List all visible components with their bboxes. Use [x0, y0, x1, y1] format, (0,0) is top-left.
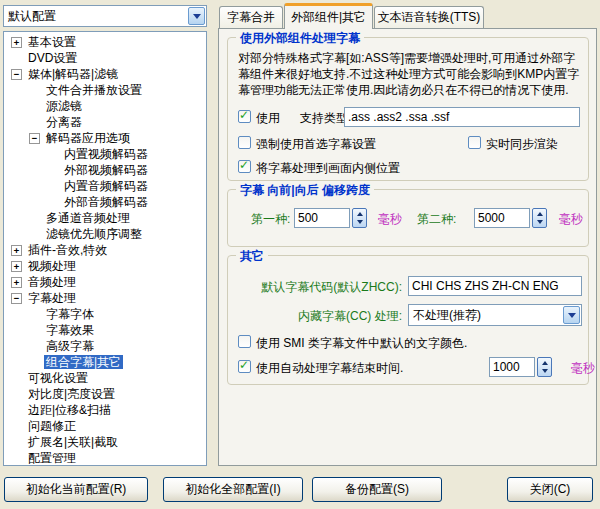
down-arrow-icon[interactable]: [542, 369, 548, 373]
spin-buttons[interactable]: [532, 208, 547, 228]
tree-item[interactable]: 边距|位移&扫描: [4, 402, 206, 418]
expand-plus-icon[interactable]: +: [11, 37, 22, 48]
init-all-config-button[interactable]: 初始化全部配置(I): [163, 477, 303, 502]
settings-dialog: 默认配置 +基本设置DVD设置−媒体|解码器|滤镜文件合并播放设置源滤镜分离器−…: [0, 0, 600, 509]
tree-item[interactable]: 文件合并播放设置: [4, 82, 206, 98]
tree-item-label: 内置视频解码器: [62, 147, 150, 161]
external-description-line: 幕管理功能无法正常使用.因此请勿必只在不得已的情况下使用.: [238, 82, 569, 99]
up-arrow-icon[interactable]: [537, 212, 543, 216]
default-codepage-input[interactable]: [408, 276, 582, 296]
tab-external-components[interactable]: 外部组件|其它: [284, 3, 373, 29]
settings-tree[interactable]: +基本设置DVD设置−媒体|解码器|滤镜文件合并播放设置源滤镜分离器−解码器应用…: [3, 31, 207, 466]
tree-item[interactable]: −字幕处理: [4, 290, 206, 306]
external-description-line: 幕组件来很好地支持.不过这种处理方式可能会影响到KMP内置字: [238, 66, 579, 83]
expand-plus-icon[interactable]: +: [11, 261, 22, 272]
second-offset-input[interactable]: [474, 208, 530, 228]
tree-item[interactable]: 字幕效果: [4, 322, 206, 338]
supported-types-input[interactable]: [344, 107, 580, 127]
check-icon: ✓: [239, 108, 249, 122]
tree-item-label: 边距|位移&扫描: [26, 403, 113, 417]
tree-item[interactable]: 可视化设置: [4, 370, 206, 386]
tree-item[interactable]: 滤镜优先顺序调整: [4, 226, 206, 242]
tree-item[interactable]: DVD设置: [4, 50, 206, 66]
collapse-minus-icon[interactable]: −: [11, 293, 22, 304]
cc-dropdown-button[interactable]: [563, 306, 580, 324]
init-current-config-button[interactable]: 初始化当前配置(R): [4, 477, 148, 502]
chevron-down-icon: [568, 313, 576, 318]
collapse-minus-icon[interactable]: −: [29, 133, 40, 144]
check-icon: ✓: [239, 358, 249, 372]
tree-item[interactable]: 问题修正: [4, 418, 206, 434]
tree-item[interactable]: 分离器: [4, 114, 206, 130]
auto-end-time-spinner: [489, 357, 552, 377]
tree-item[interactable]: +插件-音效,特效: [4, 242, 206, 258]
second-offset-label: 第二种:: [417, 211, 456, 228]
tree-item[interactable]: +视频处理: [4, 258, 206, 274]
second-offset-spinner: [474, 208, 547, 228]
tab-subtitle-merge[interactable]: 字幕合并: [219, 6, 283, 29]
first-offset-spinner: [294, 208, 367, 228]
tree-item[interactable]: 对比度|亮度设置: [4, 386, 206, 402]
tree-item-label: 源滤镜: [44, 99, 84, 113]
tree-item[interactable]: −媒体|解码器|滤镜: [4, 66, 206, 82]
first-offset-input[interactable]: [294, 208, 350, 228]
tree-item[interactable]: 内置音频解码器: [4, 178, 206, 194]
tree-item[interactable]: 字幕字体: [4, 306, 206, 322]
collapse-minus-icon[interactable]: −: [11, 69, 22, 80]
tree-item[interactable]: 外部视频解码器: [4, 162, 206, 178]
render-inside-frame-label: 将字幕处理到画面内侧位置: [256, 160, 400, 177]
cc-handling-value: 不处理(推荐): [409, 307, 562, 324]
tree-item-label: 字幕处理: [26, 291, 78, 305]
tree-item[interactable]: 高级字幕: [4, 338, 206, 354]
spin-buttons[interactable]: [352, 208, 367, 228]
tree-item-label: 配置管理: [26, 451, 78, 465]
expand-plus-icon[interactable]: +: [11, 277, 22, 288]
tree-item-label: 音频处理: [26, 275, 78, 289]
tree-item-label: 对比度|亮度设置: [26, 387, 117, 401]
tree-item[interactable]: 内置视频解码器: [4, 146, 206, 162]
down-arrow-icon[interactable]: [357, 220, 363, 224]
tree-item[interactable]: +基本设置: [4, 34, 206, 50]
external-description-line: 对部分特殊格式字幕[如:ASS等]需要增强处理时,可用通过外部字: [238, 50, 575, 67]
force-preferred-subtitle-checkbox[interactable]: ✓: [238, 136, 251, 149]
tab-tts[interactable]: 文本语音转换(TTS): [374, 6, 484, 29]
backup-config-button[interactable]: 备份配置(S): [312, 477, 442, 502]
auto-end-time-label: 使用自动处理字幕结束时间.: [256, 360, 403, 377]
realtime-sync-render-label: 实时同步渲染: [486, 136, 558, 153]
tree-item[interactable]: +音频处理: [4, 274, 206, 290]
spin-buttons[interactable]: [537, 357, 552, 377]
auto-end-time-input[interactable]: [489, 357, 535, 377]
cc-handling-select[interactable]: 不处理(推荐): [408, 304, 582, 326]
profile-dropdown-button[interactable]: [188, 7, 205, 25]
up-arrow-icon[interactable]: [357, 212, 363, 216]
smi-default-color-checkbox[interactable]: ✓: [238, 335, 251, 348]
tree-item[interactable]: 源滤镜: [4, 98, 206, 114]
realtime-sync-render-checkbox[interactable]: ✓: [468, 136, 481, 149]
tree-item-label: DVD设置: [26, 51, 79, 65]
group-other-title: 其它: [236, 248, 268, 265]
use-external-checkbox[interactable]: ✓: [238, 110, 251, 123]
tree-item-label: 问题修正: [26, 419, 78, 433]
tree-item-label: 分离器: [44, 115, 84, 129]
tree-item[interactable]: −解码器应用选项: [4, 130, 206, 146]
render-inside-frame-checkbox[interactable]: ✓: [238, 160, 251, 173]
down-arrow-icon[interactable]: [537, 220, 543, 224]
chevron-down-icon: [193, 14, 201, 19]
tree-item[interactable]: 组合字幕|其它: [4, 354, 206, 370]
tree-item[interactable]: 扩展名|关联|截取: [4, 434, 206, 450]
tree-item-label: 解码器应用选项: [44, 131, 132, 145]
group-offset-span: 字幕 向前|向后 偏移跨度 第一种: 毫秒 第二种: 毫秒: [227, 189, 589, 247]
tree-item-label: 多通道音频处理: [44, 211, 132, 225]
auto-end-time-checkbox[interactable]: ✓: [238, 360, 251, 373]
auto-end-time-unit: 毫秒: [571, 360, 595, 377]
expand-plus-icon[interactable]: +: [11, 245, 22, 256]
tree-item-label: 组合字幕|其它: [44, 355, 123, 369]
use-external-label: 使用: [256, 110, 280, 127]
up-arrow-icon[interactable]: [542, 361, 548, 365]
close-button[interactable]: 关闭(C): [507, 477, 593, 502]
profile-select[interactable]: 默认配置: [3, 5, 207, 27]
profile-select-value: 默认配置: [4, 8, 187, 25]
tree-item[interactable]: 多通道音频处理: [4, 210, 206, 226]
tree-item[interactable]: 外部音频解码器: [4, 194, 206, 210]
tree-item[interactable]: 配置管理: [4, 450, 206, 466]
